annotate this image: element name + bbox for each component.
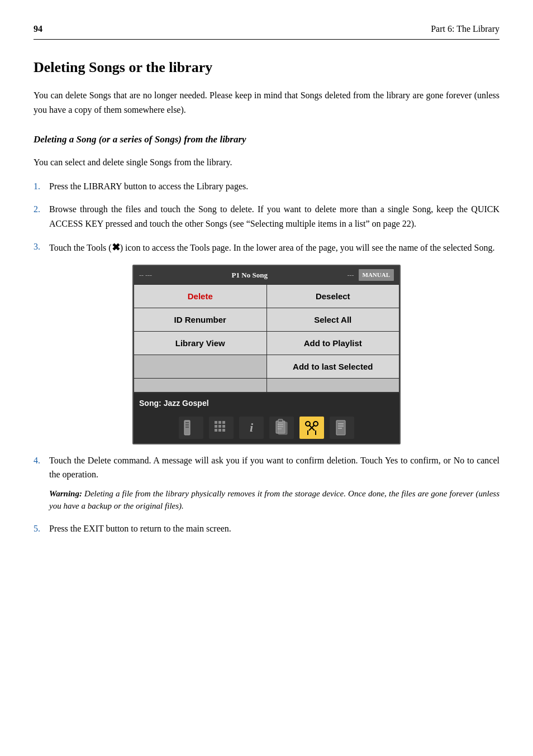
info-icon[interactable]: i (239, 417, 264, 439)
step-3-text: Touch the Tools (✖) icon to access the T… (49, 240, 499, 256)
device-icons-bar: i (134, 412, 399, 443)
svg-rect-4 (215, 421, 217, 424)
step-2: 2. Browse through the files and touch th… (34, 202, 499, 231)
song-label: Song: (139, 399, 161, 408)
step-3-number: 3. (34, 240, 49, 253)
step-3: 3. Touch the Tools (✖) icon to access th… (34, 240, 499, 256)
step-1: 1. Press the LIBRARY button to access th… (34, 179, 499, 194)
document-icon[interactable] (330, 417, 354, 439)
step-5: 5. Press the EXIT button to return to th… (34, 521, 499, 536)
deselect-button[interactable]: Deselect (267, 285, 399, 308)
warning-box: Warning: Deleting a file from the librar… (49, 487, 499, 513)
svg-rect-28 (338, 428, 342, 429)
step-5-number: 5. (34, 521, 49, 535)
section-intro: You can select and delete single Songs f… (34, 156, 499, 169)
step-4-text: Touch the Delete command. A message will… (49, 456, 499, 480)
empty-cell-1 (134, 355, 266, 378)
tools-icon[interactable] (299, 417, 324, 439)
grid-icon[interactable] (209, 417, 234, 439)
id-renumber-button[interactable]: ID Renumber (134, 308, 266, 331)
svg-rect-10 (215, 429, 217, 432)
add-to-last-selected-button[interactable]: Add to last Selected (267, 355, 399, 378)
svg-rect-3 (185, 427, 189, 428)
main-title: Deleting Songs or the library (34, 56, 499, 78)
svg-rect-18 (278, 422, 287, 434)
svg-rect-8 (218, 425, 221, 428)
svg-rect-9 (222, 425, 225, 428)
header-dashes-left: -- --- (139, 270, 152, 280)
device-header-left: -- --- (139, 270, 152, 280)
steps-list: 1. Press the LIBRARY button to access th… (34, 179, 499, 256)
sub-title: Deleting a Song (or a series of Songs) f… (34, 132, 499, 147)
intro-text: You can delete Songs that are no longer … (34, 88, 499, 117)
device-header-right: --- MANUAL (348, 269, 394, 281)
step-4-list: 4. Touch the Delete command. A message w… (34, 453, 499, 513)
step-4-number: 4. (34, 453, 49, 467)
select-all-button[interactable]: Select All (267, 308, 399, 331)
svg-rect-1 (185, 422, 189, 423)
svg-rect-2 (185, 424, 189, 425)
svg-rect-12 (222, 429, 225, 432)
empty-cell-3 (267, 379, 399, 392)
device-song-bar: Song: Jazz Gospel (134, 393, 399, 412)
svg-rect-11 (218, 429, 221, 432)
step-2-number: 2. (34, 202, 49, 216)
step-4-content: Touch the Delete command. A message will… (49, 453, 499, 513)
svg-rect-14 (278, 419, 283, 422)
device-buttons: Delete Deselect ID Renumber Select All L… (134, 284, 399, 393)
step-4: 4. Touch the Delete command. A message w… (34, 453, 499, 513)
page-number: 94 (34, 22, 42, 36)
svg-rect-6 (222, 421, 225, 424)
song-name: Jazz Gospel (164, 399, 209, 408)
page-part: Part 6: The Library (431, 22, 499, 36)
page-header: 94 Part 6: The Library (34, 22, 499, 40)
svg-rect-26 (338, 423, 344, 424)
add-to-playlist-button[interactable]: Add to Playlist (267, 332, 399, 355)
header-dashes-right: --- (348, 270, 354, 280)
warning-text: Deleting a file from the library physica… (49, 489, 499, 511)
empty-cell-2 (134, 379, 266, 392)
clipboard-icon[interactable] (269, 417, 294, 439)
step-5-text: Press the EXIT button to return to the m… (49, 521, 499, 536)
device-screenshot: -- --- P1 No Song --- MANUAL Delete Dese… (132, 265, 401, 444)
step-2-text: Browse through the files and touch the S… (49, 202, 499, 231)
device-header-center: P1 No Song (232, 270, 268, 281)
step-5-list: 5. Press the EXIT button to return to th… (34, 521, 499, 536)
library-view-button[interactable]: Library View (134, 332, 266, 355)
svg-rect-27 (338, 425, 344, 427)
warning-label: Warning: (49, 489, 82, 498)
delete-button[interactable]: Delete (134, 285, 266, 308)
library-icon[interactable] (179, 417, 203, 439)
step-1-number: 1. (34, 179, 49, 193)
manual-badge: MANUAL (359, 269, 394, 281)
step-1-text: Press the LIBRARY button to access the L… (49, 179, 499, 194)
device-header: -- --- P1 No Song --- MANUAL (134, 266, 399, 284)
svg-rect-7 (215, 425, 217, 428)
svg-rect-5 (218, 421, 221, 424)
